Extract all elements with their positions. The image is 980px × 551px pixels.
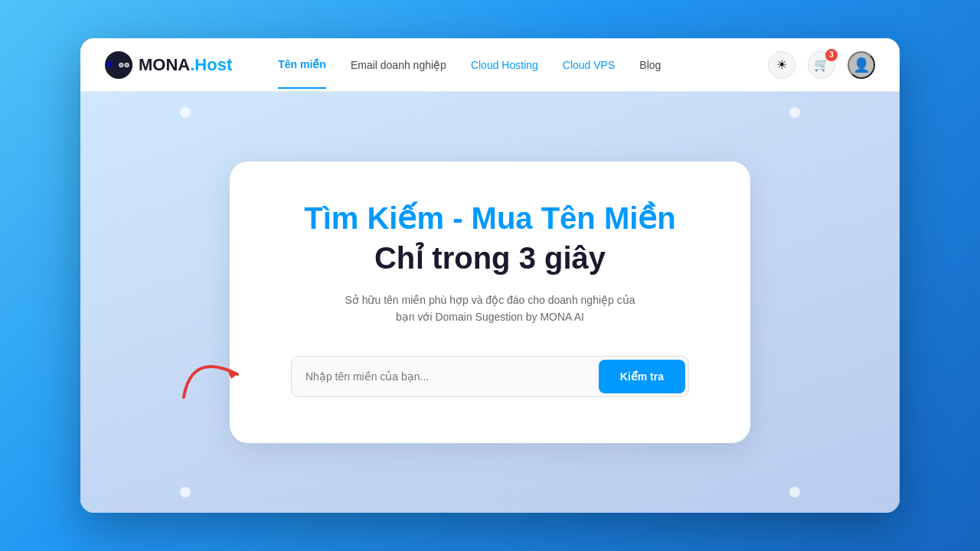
hero-subtitle: Sở hữu tên miền phù hợp và độc đáo cho d… [291,292,689,326]
hero-title-dark: Chỉ trong 3 giây [291,240,689,276]
decoration-dot-tl [180,107,191,118]
navbar: MONA.Host Tên miền Email doanh nghiệp Cl… [80,38,900,92]
user-icon: 👤 [853,57,870,73]
logo-text: MONA.Host [139,55,232,75]
domain-search-input[interactable] [292,360,596,393]
cart-button[interactable]: 🛒 3 [808,51,835,79]
search-button[interactable]: Kiểm tra [599,360,685,393]
search-bar: Kiểm tra [291,356,689,397]
logo[interactable]: MONA.Host [105,51,232,79]
nav-link-cloud-hosting[interactable]: Cloud Hosting [471,59,538,71]
svg-point-3 [120,64,122,66]
nav-link-ten-mien[interactable]: Tên miền [278,58,326,89]
hero-title-colored: Tìm Kiếm - Mua Tên Miền [291,200,689,236]
arrow-annotation [168,321,260,412]
svg-marker-5 [227,368,237,379]
svg-point-0 [116,57,132,73]
nav-links: Tên miền Email doanh nghiệp Cloud Hostin… [278,58,768,72]
main-content: Tìm Kiếm - Mua Tên Miền Chỉ trong 3 giây… [80,92,900,513]
decoration-dot-bl [180,487,191,497]
nav-actions: ☀ 🛒 3 👤 [768,51,875,79]
svg-point-4 [126,64,128,66]
sun-icon: ☀ [776,57,787,72]
decoration-dot-tr [789,107,800,118]
cart-badge: 3 [825,49,838,61]
decoration-dot-br [789,487,800,497]
theme-toggle-button[interactable]: ☀ [768,51,795,79]
nav-link-email[interactable]: Email doanh nghiệp [351,59,446,71]
nav-link-blog[interactable]: Blog [639,59,661,71]
browser-window: MONA.Host Tên miền Email doanh nghiệp Cl… [80,38,900,513]
logo-icon [105,51,132,79]
nav-link-cloud-vps[interactable]: Cloud VPS [563,59,615,71]
hero-card: Tìm Kiếm - Mua Tên Miền Chỉ trong 3 giây… [230,161,750,444]
user-avatar-button[interactable]: 👤 [848,51,875,79]
